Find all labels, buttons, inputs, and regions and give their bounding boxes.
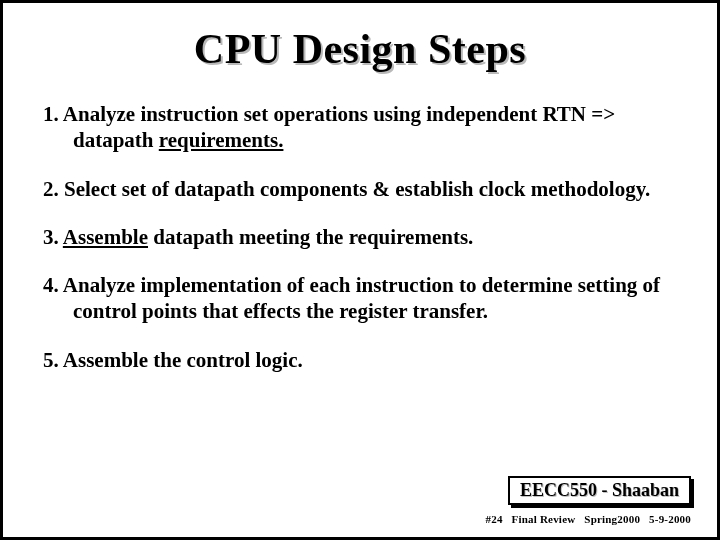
step-number: 1. [43, 102, 59, 126]
footer-course-box: EECC550 - Shaaban [508, 476, 691, 505]
step-3: 3. Assemble datapath meeting the require… [43, 224, 677, 250]
step-number: 2. [43, 177, 59, 201]
step-number: 5. [43, 348, 59, 372]
step-text-underlined: Assemble [63, 225, 148, 249]
footer-label: Final Review [512, 513, 576, 525]
step-number: 4. [43, 273, 59, 297]
step-text-underlined: requirements. [159, 128, 284, 152]
step-text-pre: Analyze instruction set operations using… [63, 102, 615, 152]
step-text-pre: Select set of datapath components & esta… [64, 177, 650, 201]
step-5: 5. Assemble the control logic. [43, 347, 677, 373]
footer-meta: #24 Final Review Spring2000 5-9-2000 [479, 513, 691, 525]
step-text-post: datapath meeting the requirements. [148, 225, 473, 249]
footer-date: 5-9-2000 [649, 513, 691, 525]
step-2: 2. Select set of datapath components & e… [43, 176, 677, 202]
step-4: 4. Analyze implementation of each instru… [43, 272, 677, 325]
slide-title: CPU Design Steps [43, 25, 677, 73]
slide: CPU Design Steps 1. Analyze instruction … [0, 0, 720, 540]
footer-slide-number: #24 [485, 513, 502, 525]
step-number: 3. [43, 225, 59, 249]
step-1: 1. Analyze instruction set operations us… [43, 101, 677, 154]
step-text-pre: Analyze implementation of each instructi… [63, 273, 660, 323]
step-text-pre: Assemble the control logic. [63, 348, 303, 372]
steps-list: 1. Analyze instruction set operations us… [43, 101, 677, 373]
footer-term: Spring2000 [584, 513, 640, 525]
